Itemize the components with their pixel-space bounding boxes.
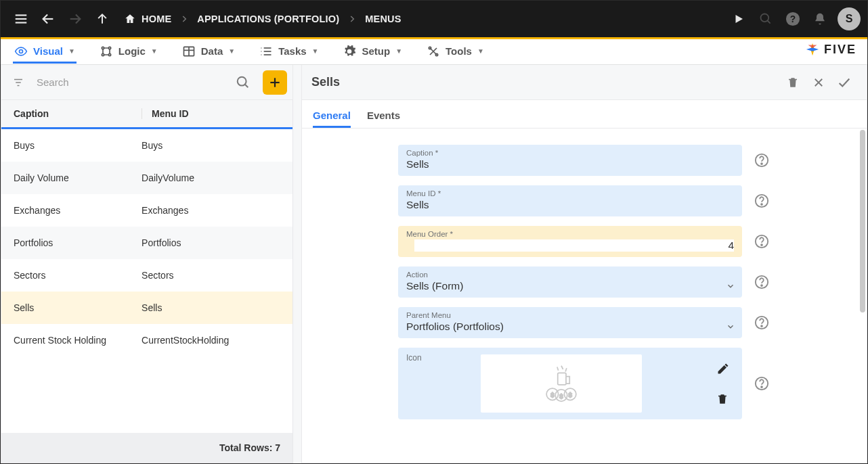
svg-point-12 bbox=[102, 47, 104, 49]
cell-caption: Portfolios bbox=[14, 237, 142, 248]
menu-id-field[interactable]: Menu ID * Sells bbox=[398, 185, 742, 216]
topbar: HOME APPLICATIONS (PORTFOLIO) MENUS ? S bbox=[1, 1, 867, 37]
avatar[interactable]: S bbox=[838, 7, 861, 30]
table-row[interactable]: Daily VolumeDailyVolume bbox=[1, 162, 292, 194]
tab-visual[interactable]: Visual▼ bbox=[13, 41, 77, 64]
svg-marker-29 bbox=[808, 45, 817, 49]
table-row[interactable]: PortfoliosPortfolios bbox=[1, 227, 292, 259]
delete-button[interactable] bbox=[780, 70, 806, 95]
table-row[interactable]: ExchangesExchanges bbox=[1, 194, 292, 227]
table-header: Caption Menu ID bbox=[1, 100, 292, 129]
column-menu-id[interactable]: Menu ID bbox=[142, 108, 280, 119]
add-button[interactable] bbox=[263, 70, 287, 95]
menu-order-field[interactable]: Menu Order * 4 bbox=[398, 226, 742, 257]
svg-text:$: $ bbox=[559, 392, 563, 400]
tab-general[interactable]: General bbox=[313, 110, 351, 128]
svg-point-44 bbox=[761, 244, 762, 246]
help-icon[interactable] bbox=[753, 314, 771, 331]
tasks-icon bbox=[259, 45, 273, 58]
svg-text:$: $ bbox=[550, 391, 555, 398]
svg-marker-6 bbox=[736, 15, 743, 23]
table-footer: Total Rows: 7 bbox=[1, 433, 292, 463]
filter-icon[interactable] bbox=[7, 71, 30, 94]
delete-icon-button[interactable] bbox=[716, 393, 730, 405]
table-row[interactable]: SellsSells bbox=[1, 292, 292, 324]
search-top-icon[interactable] bbox=[752, 5, 779, 32]
svg-point-46 bbox=[761, 285, 762, 286]
help-icon[interactable] bbox=[753, 192, 771, 210]
svg-point-40 bbox=[761, 163, 762, 164]
svg-point-42 bbox=[761, 204, 762, 205]
cell-caption: Buys bbox=[14, 140, 142, 151]
table-row[interactable]: BuysBuys bbox=[1, 129, 292, 162]
tab-tasks[interactable]: Tasks▼ bbox=[258, 41, 320, 64]
svg-point-13 bbox=[108, 47, 110, 49]
up-icon[interactable] bbox=[89, 5, 116, 32]
breadcrumb-menus[interactable]: MENUS bbox=[361, 14, 405, 24]
help-icon[interactable] bbox=[753, 233, 771, 250]
home-icon bbox=[124, 13, 136, 25]
cell-menu-id: Sells bbox=[142, 302, 280, 313]
caption-field[interactable]: Caption * Sells bbox=[398, 145, 742, 176]
cell-caption: Sells bbox=[14, 302, 142, 313]
svg-text:$: $ bbox=[568, 391, 572, 398]
cell-menu-id: DailyVolume bbox=[142, 172, 280, 183]
edit-icon-button[interactable] bbox=[716, 362, 730, 375]
table-row[interactable]: Current Stock HoldingCurrentStockHolding bbox=[1, 324, 292, 356]
column-caption[interactable]: Caption bbox=[14, 108, 142, 119]
logic-icon bbox=[100, 45, 113, 58]
help-icon[interactable] bbox=[753, 152, 771, 169]
cell-menu-id: Exchanges bbox=[142, 205, 280, 216]
svg-point-48 bbox=[761, 325, 762, 327]
back-icon[interactable] bbox=[35, 5, 62, 32]
scrollbar[interactable] bbox=[860, 130, 865, 312]
help-icon[interactable] bbox=[753, 375, 771, 392]
chevron-right-icon bbox=[347, 14, 357, 24]
eye-icon bbox=[14, 45, 28, 58]
chevron-right-icon bbox=[179, 14, 189, 24]
cell-caption: Daily Volume bbox=[14, 172, 142, 183]
left-panel: Caption Menu ID BuysBuysDaily VolumeDail… bbox=[1, 65, 293, 463]
brand-logo: FIVE bbox=[805, 42, 856, 57]
help-top-icon[interactable]: ? bbox=[779, 5, 806, 32]
svg-point-11 bbox=[20, 49, 23, 53]
tab-setup[interactable]: Setup▼ bbox=[341, 41, 404, 64]
svg-point-57 bbox=[761, 386, 762, 388]
search-input[interactable] bbox=[34, 71, 227, 93]
save-button[interactable] bbox=[831, 70, 857, 95]
action-select[interactable]: Action Sells (Form) bbox=[398, 266, 742, 298]
help-icon[interactable] bbox=[753, 273, 771, 291]
bell-icon[interactable] bbox=[806, 5, 833, 32]
right-panel: Sells General Events bbox=[301, 65, 867, 463]
gear-icon bbox=[343, 45, 356, 58]
close-button[interactable] bbox=[806, 70, 831, 95]
cell-menu-id: Portfolios bbox=[142, 237, 280, 248]
page-title: Sells bbox=[311, 75, 340, 89]
cell-caption: Current Stock Holding bbox=[14, 335, 142, 346]
tools-icon bbox=[427, 45, 440, 58]
tab-data[interactable]: Data▼ bbox=[181, 41, 236, 64]
forward-icon bbox=[62, 5, 89, 32]
cell-menu-id: Buys bbox=[142, 140, 280, 151]
hamburger-icon[interactable] bbox=[7, 5, 35, 32]
cell-caption: Sectors bbox=[14, 270, 142, 281]
breadcrumb-applications[interactable]: APPLICATIONS (PORTFOLIO) bbox=[193, 14, 343, 24]
table-icon bbox=[182, 45, 196, 58]
svg-point-15 bbox=[108, 53, 110, 55]
run-icon[interactable] bbox=[725, 5, 752, 32]
tab-logic[interactable]: Logic▼ bbox=[98, 41, 159, 64]
svg-line-34 bbox=[245, 84, 248, 87]
tab-tools[interactable]: Tools▼ bbox=[425, 41, 485, 64]
tab-events[interactable]: Events bbox=[367, 110, 400, 128]
cell-menu-id: CurrentStockHolding bbox=[142, 335, 280, 346]
table-row[interactable]: SectorsSectors bbox=[1, 259, 292, 292]
ribbon-tabs: Visual▼ Logic▼ Data▼ Tasks▼ Setup▼ Tools… bbox=[1, 39, 867, 65]
cell-caption: Exchanges bbox=[14, 205, 142, 216]
form-tabs: General Events bbox=[301, 100, 867, 129]
svg-rect-49 bbox=[558, 373, 566, 385]
breadcrumb-home[interactable]: HOME bbox=[120, 13, 175, 25]
search-icon[interactable] bbox=[232, 71, 255, 94]
svg-point-33 bbox=[238, 76, 246, 85]
parent-menu-select[interactable]: Parent Menu Portfolios (Portfolios) bbox=[398, 307, 742, 338]
icon-preview: $ $ $ bbox=[481, 354, 642, 413]
